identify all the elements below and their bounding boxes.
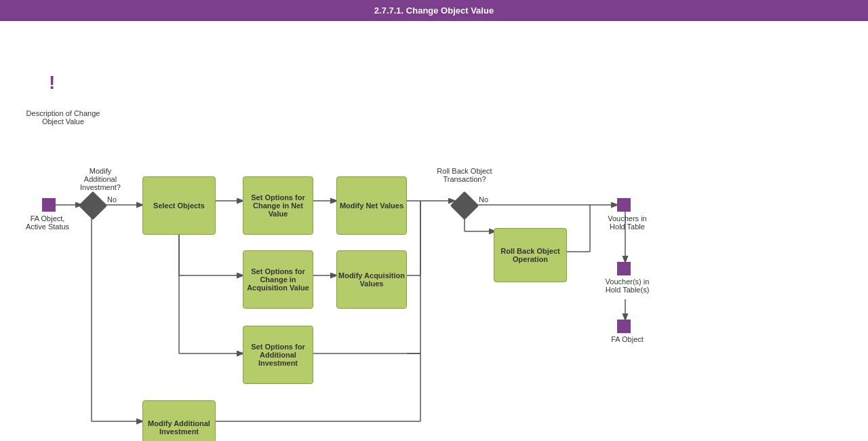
voucher-hold-tables-node: [617, 262, 631, 275]
set-options-additional-node[interactable]: Set Options for Additional Investment: [243, 326, 313, 384]
description-icon: !: [49, 72, 55, 94]
start-node: [42, 198, 56, 212]
fa-object-label: FA Object: [600, 335, 654, 343]
set-options-net-node[interactable]: Set Options for Change in Net Value: [243, 176, 313, 235]
fa-object-node: [617, 320, 631, 333]
start-label: FA Object, Active Status: [20, 214, 75, 231]
canvas: ! Description of Change Object Value FA …: [0, 21, 868, 441]
title-bar: 2.7.7.1. Change Object Value: [0, 0, 868, 21]
vouchers-hold-table-node: [617, 198, 631, 212]
voucher-hold-tables-label: Voucher(s) in Hold Table(s): [597, 277, 658, 294]
diamond-2: [450, 191, 479, 220]
rollback-operation-node[interactable]: Roll Back Object Operation: [494, 228, 567, 282]
modify-acquisition-values-node[interactable]: Modify Acquisition Values: [336, 250, 407, 309]
modify-question-label: Modify Additional Investment?: [73, 167, 127, 191]
no-label-2: No: [479, 195, 488, 204]
rollback-question-label: Roll Back Object Transaction?: [434, 167, 495, 183]
select-objects-node[interactable]: Select Objects: [142, 176, 216, 235]
diamond-1: [79, 191, 107, 220]
page-title: 2.7.7.1. Change Object Value: [374, 5, 494, 16]
set-options-acquisition-node[interactable]: Set Options for Change in Acquisition Va…: [243, 250, 313, 309]
modify-additional-investment-node[interactable]: Modify Additional Investment: [142, 400, 216, 441]
no-label-1: No: [107, 195, 117, 204]
vouchers-hold-table-label: Vouchers in Hold Table: [600, 214, 654, 231]
modify-net-values-node[interactable]: Modify Net Values: [336, 176, 407, 235]
description-label: Description of Change Object Value: [22, 109, 104, 126]
